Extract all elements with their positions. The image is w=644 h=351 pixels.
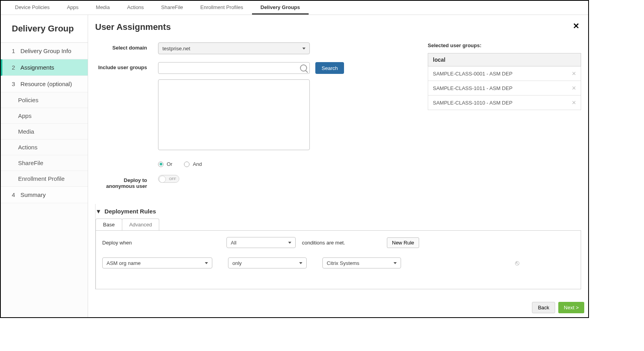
- sidebar-sub-sharefile[interactable]: ShareFile: [1, 155, 88, 171]
- selected-group-row: SAMPLE-CLASS-1010 - ASM DEP ×: [428, 96, 581, 110]
- chevron-down-icon: [299, 262, 302, 264]
- search-icon: [300, 64, 307, 72]
- chevron-down-icon: [302, 48, 305, 50]
- selected-group-header: local: [428, 53, 581, 66]
- rule-value-text: Citrix Systems: [327, 260, 359, 266]
- select-domain-dropdown[interactable]: testprise.net: [158, 42, 310, 54]
- selected-group-row: SAMPLE-CLASS-0001 - ASM DEP ×: [428, 66, 581, 81]
- selected-group-name: SAMPLE-CLASS-1011 - ASM DEP: [433, 85, 512, 91]
- radio-or-label: Or: [167, 161, 172, 167]
- chevron-down-icon: [394, 262, 397, 264]
- tab-apps[interactable]: Apps: [58, 1, 87, 15]
- sidebar-title: Delivery Group: [1, 15, 88, 43]
- step-summary[interactable]: 4 Summary: [1, 187, 88, 203]
- include-user-groups-input-wrap[interactable]: [158, 62, 310, 74]
- remove-group-icon[interactable]: ×: [572, 99, 576, 106]
- selected-group-row: SAMPLE-CLASS-1011 - ASM DEP ×: [428, 81, 581, 96]
- step-label: Assignments: [20, 64, 54, 71]
- rules-tab-base[interactable]: Base: [96, 219, 122, 230]
- radio-and[interactable]: And: [184, 161, 202, 167]
- step-assignments[interactable]: 2 Assignments: [1, 59, 88, 76]
- sidebar-sub-policies[interactable]: Policies: [1, 92, 88, 108]
- selected-group-name: SAMPLE-CLASS-1010 - ASM DEP: [433, 100, 512, 106]
- step-delivery-group-info[interactable]: 1 Delivery Group Info: [1, 43, 88, 59]
- deploy-when-label: Deploy when: [102, 240, 220, 246]
- rule-field-select[interactable]: ASM org name: [102, 257, 212, 268]
- wizard-sidebar: Delivery Group 1 Delivery Group Info 2 A…: [1, 15, 88, 317]
- top-nav: Device Policies Apps Media Actions Share…: [1, 1, 588, 15]
- select-domain-value: testprise.net: [162, 46, 190, 51]
- rule-value-select[interactable]: Citrix Systems: [322, 257, 401, 268]
- step-number: 3: [12, 81, 17, 87]
- tab-enrollment-profiles[interactable]: Enrollment Profiles: [192, 1, 252, 15]
- remove-group-icon[interactable]: ×: [572, 85, 576, 92]
- remove-group-icon[interactable]: ×: [572, 70, 576, 77]
- close-icon[interactable]: ✕: [571, 22, 581, 30]
- radio-on-icon: [158, 162, 164, 167]
- new-rule-button[interactable]: New Rule: [387, 237, 419, 248]
- deploy-when-select[interactable]: All: [226, 237, 296, 248]
- sidebar-sub-actions[interactable]: Actions: [1, 140, 88, 155]
- tab-delivery-groups[interactable]: Delivery Groups: [252, 1, 309, 15]
- back-button[interactable]: Back: [532, 302, 555, 313]
- include-user-groups-input[interactable]: [162, 65, 300, 71]
- chevron-down-icon: [205, 262, 208, 264]
- search-button[interactable]: Search: [315, 62, 344, 74]
- rule-operator-value: only: [232, 260, 242, 266]
- sidebar-sub-media[interactable]: Media: [1, 124, 88, 140]
- selected-group-name: SAMPLE-CLASS-0001 - ASM DEP: [433, 71, 512, 77]
- sidebar-sub-apps[interactable]: Apps: [1, 108, 88, 124]
- radio-or[interactable]: Or: [158, 161, 172, 167]
- tab-media[interactable]: Media: [87, 1, 118, 15]
- step-label: Resource (optional): [20, 81, 72, 87]
- next-button[interactable]: Next >: [558, 302, 584, 313]
- main-panel: User Assignments ✕ Select domain testpri…: [88, 15, 588, 317]
- rules-tab-advanced[interactable]: Advanced: [122, 219, 160, 230]
- toggle-value: OFF: [169, 177, 176, 181]
- step-resource-optional[interactable]: 3 Resource (optional): [1, 76, 88, 92]
- step-label: Delivery Group Info: [20, 48, 71, 54]
- delete-rule-icon[interactable]: ⎋: [515, 259, 519, 267]
- chevron-down-icon: ▼: [96, 208, 101, 215]
- rules-box: Deploy when All conditions are met. New …: [96, 230, 581, 289]
- search-results-list[interactable]: [158, 79, 310, 150]
- chevron-down-icon: [288, 242, 291, 244]
- page-title: User Assignments: [95, 22, 171, 32]
- radio-off-icon: [184, 162, 190, 167]
- select-domain-label: Select domain: [95, 42, 158, 51]
- step-label: Summary: [20, 191, 46, 198]
- deploy-anon-toggle[interactable]: OFF: [158, 175, 179, 183]
- deploy-when-value: All: [231, 240, 236, 246]
- deployment-rules-title: Deployment Rules: [105, 208, 156, 215]
- rule-operator-select[interactable]: only: [228, 257, 307, 268]
- deployment-rules-toggle[interactable]: ▼ Deployment Rules: [96, 208, 581, 215]
- step-number: 2: [12, 64, 17, 71]
- radio-and-label: And: [193, 161, 202, 167]
- tab-sharefile[interactable]: ShareFile: [153, 1, 192, 15]
- step-number: 1: [12, 48, 17, 54]
- include-user-groups-label: Include user groups: [95, 62, 158, 70]
- sidebar-sub-enrollment-profile[interactable]: Enrollment Profile: [1, 171, 88, 187]
- conditions-suffix: conditions are met.: [302, 240, 381, 246]
- tab-actions[interactable]: Actions: [118, 1, 153, 15]
- deploy-anon-label: Deploy to anonymous user: [95, 175, 158, 189]
- selected-groups-label: Selected user groups:: [428, 42, 581, 48]
- step-number: 4: [12, 191, 17, 198]
- tab-device-policies[interactable]: Device Policies: [6, 1, 58, 15]
- rule-field-value: ASM org name: [107, 260, 141, 266]
